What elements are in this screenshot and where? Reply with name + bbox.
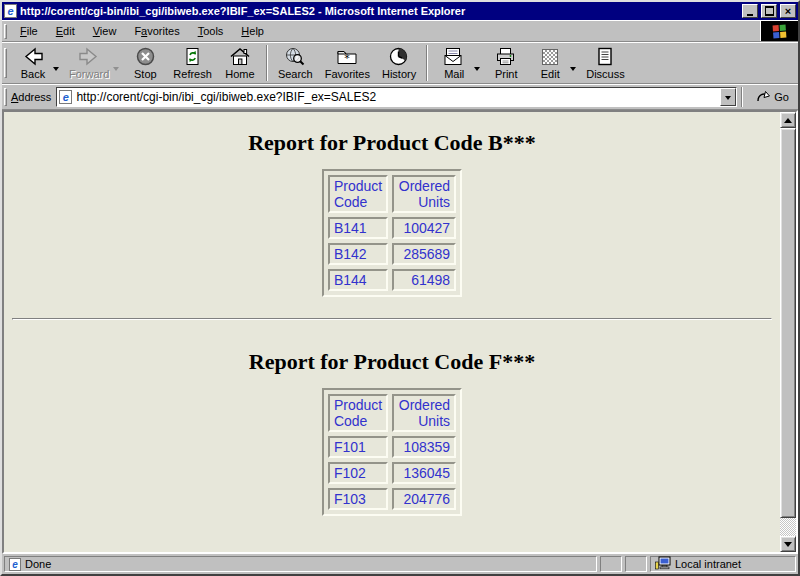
windows-logo-icon [773, 24, 787, 38]
mail-button[interactable]: Mail [432, 44, 476, 82]
back-dropdown-arrow[interactable] [53, 67, 59, 74]
chevron-down-icon [725, 96, 731, 103]
status-pane-empty [600, 556, 622, 572]
stop-button[interactable]: Stop [123, 44, 167, 82]
report-table-b: Product Code Ordered Units B141 100427 B… [322, 169, 462, 297]
address-bar: Address e Go [2, 84, 798, 110]
menubar-grip[interactable] [4, 24, 7, 39]
cell-product-code: B144 [328, 269, 388, 291]
toolbar-separator [741, 87, 743, 107]
cell-ordered-units: 100427 [392, 217, 456, 239]
cell-product-code: B141 [328, 217, 388, 239]
cell-product-code: F102 [328, 462, 388, 484]
edit-button[interactable]: Edit [528, 44, 572, 82]
browser-window: e http://corent/cgi-bin/ibi_cgi/ibiweb.e… [0, 0, 800, 576]
cell-product-code: B142 [328, 243, 388, 265]
scroll-down-button[interactable] [780, 536, 796, 552]
forward-dropdown-arrow[interactable] [113, 67, 119, 74]
refresh-icon [182, 46, 203, 67]
edit-dropdown-arrow[interactable] [570, 67, 576, 74]
scrollbar-track[interactable] [780, 518, 796, 536]
horizontal-rule [12, 318, 772, 320]
status-pane-empty [625, 556, 647, 572]
web-page: Report for Product Code B*** Product Cod… [4, 112, 780, 552]
toolbar: Back Forward Stop Refresh Home [2, 42, 798, 84]
forward-icon [78, 46, 100, 67]
toolbar-separator [426, 45, 428, 81]
vertical-scrollbar[interactable] [780, 112, 796, 552]
search-icon [284, 46, 306, 67]
edit-icon [542, 46, 558, 67]
column-header-ordered-units: Ordered Units [392, 175, 456, 213]
menu-tools[interactable]: Tools [189, 22, 233, 40]
stop-icon [135, 46, 156, 67]
home-icon [229, 46, 251, 67]
page-icon: e [59, 90, 72, 104]
home-button[interactable]: Home [218, 44, 262, 82]
security-zone-text: Local intranet [675, 558, 741, 570]
back-button[interactable]: Back [11, 44, 55, 82]
print-button[interactable]: Print [484, 44, 528, 82]
discuss-button[interactable]: Discuss [580, 44, 631, 82]
cell-ordered-units: 108359 [392, 436, 456, 458]
report-table-f: Product Code Ordered Units F101 108359 F… [322, 388, 462, 516]
menu-file[interactable]: File [11, 22, 47, 40]
mail-icon [443, 46, 465, 67]
go-button[interactable]: Go [751, 87, 796, 107]
forward-button[interactable]: Forward [63, 44, 115, 82]
report-title-b: Report for Product Code B*** [4, 130, 780, 156]
minimize-button[interactable] [742, 4, 758, 18]
menu-view[interactable]: View [84, 22, 126, 40]
security-zone-pane: Local intranet [650, 556, 796, 572]
cell-product-code: F101 [328, 436, 388, 458]
throbber [760, 21, 798, 41]
address-dropdown-button[interactable] [720, 88, 736, 106]
print-icon [495, 46, 517, 67]
address-field: e [56, 87, 737, 107]
restore-button[interactable] [761, 4, 777, 18]
cell-ordered-units: 136045 [392, 462, 456, 484]
mail-dropdown-arrow[interactable] [474, 67, 480, 74]
menu-bar: File Edit View Favorites Tools Help [2, 20, 798, 42]
favorites-button[interactable]: * Favorites [319, 44, 376, 82]
cell-ordered-units: 204776 [392, 488, 456, 510]
restore-icon [765, 7, 774, 15]
table-row: B144 61498 [328, 269, 456, 291]
menu-help[interactable]: Help [232, 22, 273, 40]
search-button[interactable]: Search [272, 44, 319, 82]
titlebar: e http://corent/cgi-bin/ibi_cgi/ibiweb.e… [2, 2, 798, 20]
table-header-row: Product Code Ordered Units [328, 394, 456, 432]
go-arrow-icon [756, 89, 771, 105]
window-icon: e [4, 4, 17, 18]
back-icon [22, 46, 44, 67]
history-button[interactable]: History [376, 44, 422, 82]
table-header-row: Product Code Ordered Units [328, 175, 456, 213]
refresh-button[interactable]: Refresh [167, 44, 218, 82]
cell-ordered-units: 285689 [392, 243, 456, 265]
table-row: F103 204776 [328, 488, 456, 510]
table-row: B142 285689 [328, 243, 456, 265]
column-header-product-code: Product Code [328, 175, 388, 213]
scrollbar-thumb[interactable] [780, 128, 796, 518]
close-icon: × [785, 6, 791, 17]
status-page-icon: e [9, 558, 21, 571]
svg-text:*: * [345, 52, 351, 65]
intranet-icon [655, 556, 671, 572]
table-row: B141 100427 [328, 217, 456, 239]
scroll-down-icon [784, 542, 792, 551]
column-header-product-code: Product Code [328, 394, 388, 432]
window-title: http://corent/cgi-bin/ibi_cgi/ibiweb.exe… [20, 5, 739, 17]
address-input[interactable] [76, 89, 720, 105]
minimize-icon [747, 14, 753, 16]
status-text: Done [25, 558, 51, 570]
column-header-ordered-units: Ordered Units [392, 394, 456, 432]
menu-favorites[interactable]: Favorites [125, 22, 188, 40]
discuss-icon [594, 46, 616, 67]
favorites-icon: * [336, 46, 358, 67]
toolbar-grip[interactable] [4, 48, 7, 78]
addressbar-grip[interactable] [4, 88, 7, 106]
table-row: F102 136045 [328, 462, 456, 484]
close-button[interactable]: × [780, 4, 796, 18]
scroll-up-button[interactable] [780, 112, 796, 128]
menu-edit[interactable]: Edit [47, 22, 84, 40]
